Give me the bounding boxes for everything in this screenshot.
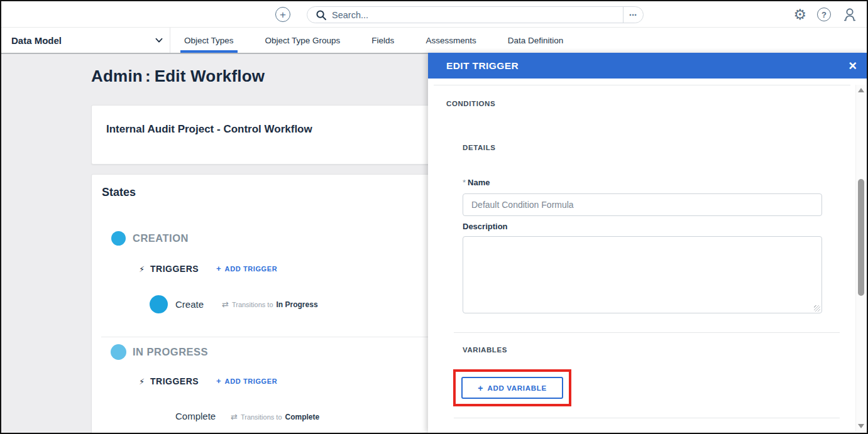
search-options-button[interactable]: ••• [623,7,643,23]
states-divider [101,337,435,337]
question-mark: ? [821,10,827,19]
details-section-label: DETAILS [463,144,496,151]
description-textarea[interactable] [463,236,822,313]
search-input[interactable] [332,10,623,20]
variables-section-label: VARIABLES [463,346,507,354]
states-heading: States [102,186,136,199]
tab-object-type-groups[interactable]: Object Type Groups [264,28,342,53]
panel-divider [454,332,840,333]
trigger-name[interactable]: Create [175,299,204,310]
ellipsis-icon: ••• [629,12,637,18]
red-highlight-box: + ADD VARIABLE [453,369,571,406]
help-icon[interactable]: ? [817,8,831,21]
triggers-label: TRIGGERS [150,264,199,274]
triggers-label: TRIGGERS [150,376,199,386]
transitions-icon: ⇄ [222,300,229,309]
create-trigger-circle [150,295,168,313]
tab-object-types[interactable]: Object Types [183,28,235,53]
plus-icon: + [216,376,221,386]
workflow-card: Internal Audit Project - Control Workflo… [91,105,444,165]
quick-create-button[interactable]: + [275,7,290,22]
panel-title: EDIT TRIGGER [446,60,519,72]
description-field-label: Description [463,222,508,231]
user-profile-icon[interactable] [842,6,858,23]
name-input[interactable] [463,193,822,216]
plus-icon: + [216,264,221,273]
in-progress-state-circle [111,344,126,360]
edit-trigger-panel: EDIT TRIGGER × CONDITIONS DETAILS * Name… [428,53,867,433]
panel-header: EDIT TRIGGER × [428,53,867,79]
transition-info: ⇄ Transitions to Complete [231,412,319,421]
chevron-down-icon [153,35,165,46]
transitions-icon: ⇄ [231,412,238,421]
plus-icon: + [478,384,483,393]
panel-divider [454,418,840,418]
in-progress-state-name: IN PROGRESS [133,346,208,358]
top-right-icons: ⚙ ? [793,1,858,28]
scroll-up-arrow-icon[interactable] [858,88,864,92]
settings-gear-icon[interactable]: ⚙ [793,8,806,22]
add-variable-button[interactable]: + ADD VARIABLE [461,377,563,399]
transition-info: ⇄ Transitions to In Progress [222,300,318,309]
search-icon [316,9,327,21]
lightning-icon: ⚡ [139,377,145,386]
states-card: States CREATION ⚡ TRIGGERS + ADD TRIGGER… [91,174,444,433]
page-title: Admin:Edit Workflow [91,67,265,86]
app-window: + ••• ⚙ ? Data Model [0,0,868,434]
tab-assessments[interactable]: Assessments [424,28,477,53]
dropdown-label: Data Model [11,35,62,46]
scrollbar-thumb[interactable] [858,179,864,296]
panel-divider [434,85,850,85]
required-asterisk: * [463,178,466,187]
data-model-dropdown[interactable]: Data Model [11,28,165,53]
nav-divider [170,28,170,53]
trigger-name[interactable]: Complete [175,411,216,421]
scroll-down-arrow-icon[interactable] [858,424,864,428]
panel-body: CONDITIONS DETAILS * Name Description VA… [428,79,867,433]
creation-state-circle [111,231,126,246]
top-bar: + ••• ⚙ ? [1,1,867,28]
creation-state-name: CREATION [133,232,189,244]
tab-fields[interactable]: Fields [370,28,395,53]
plus-icon: + [280,9,286,20]
secondary-nav: Data Model Object Types Object Type Grou… [1,28,867,54]
add-trigger-button[interactable]: + ADD TRIGGER [216,264,277,273]
search-bar: ••• [307,6,644,23]
textarea-resize-handle[interactable] [814,305,820,312]
add-trigger-button[interactable]: + ADD TRIGGER [216,376,277,386]
name-field-label: * Name [463,178,490,187]
panel-scrollbar[interactable] [855,85,865,431]
close-icon[interactable]: × [849,53,857,79]
nav-tabs: Object Types Object Type Groups Fields A… [183,28,564,53]
workflow-title: Internal Audit Project - Control Workflo… [106,123,312,136]
tab-data-definition[interactable]: Data Definition [507,28,565,53]
lightning-icon: ⚡ [139,264,145,274]
conditions-section-label: CONDITIONS [446,100,495,107]
